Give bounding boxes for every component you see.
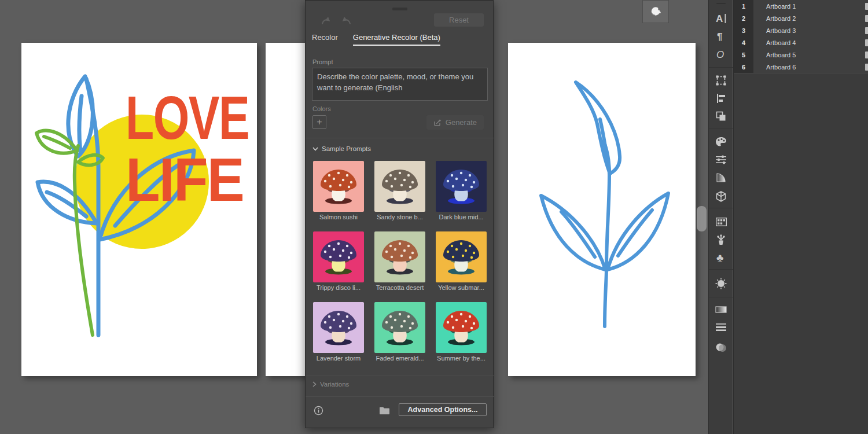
svg-text:♣: ♣ <box>716 252 723 263</box>
opentype-panel-icon[interactable]: O <box>709 46 733 63</box>
mushroom-thumbnail <box>313 231 364 282</box>
artboard-name: Artboard 1 <box>766 3 865 10</box>
save-to-library-button[interactable] <box>377 403 391 417</box>
info-button[interactable] <box>311 403 325 417</box>
artboard-row-4[interactable]: 4 Artboard 4 <box>734 36 868 49</box>
info-icon <box>314 406 323 415</box>
transparency-panel-icon[interactable] <box>709 339 733 356</box>
align-panel-icon[interactable] <box>709 90 733 107</box>
artboard-page-icon <box>865 27 868 34</box>
artboard-number: 6 <box>734 61 753 73</box>
mushroom-thumbnail <box>436 302 487 353</box>
artboard-row-6[interactable]: 6 Artboard 6 <box>734 61 868 73</box>
undo-button[interactable] <box>318 14 332 28</box>
sample-tile-trippy-disco[interactable]: Trippy disco li... <box>313 231 364 291</box>
dock-divider <box>709 269 733 270</box>
tab-generative-recolor[interactable]: Generative Recolor (Beta) <box>353 33 440 46</box>
gradient-panel-icon[interactable] <box>709 301 733 318</box>
tab-recolor[interactable]: Recolor <box>312 33 338 46</box>
dock-divider <box>709 128 733 128</box>
artboard-number: 1 <box>734 0 753 12</box>
divider <box>306 396 494 397</box>
rotate-sphere-icon <box>649 5 662 18</box>
blue-plant-artwork <box>508 43 696 376</box>
paragraph-panel-icon[interactable]: ¶ <box>709 28 733 45</box>
artboard-number: 2 <box>734 12 753 24</box>
undo-icon <box>319 16 331 26</box>
symbols-panel-icon[interactable]: ♣ <box>709 249 733 266</box>
artboard-row-3[interactable]: 3 Artboard 3 <box>734 24 868 37</box>
love-life-artwork: LOVE LIFE <box>21 43 257 376</box>
prompt-label: Prompt <box>312 58 333 65</box>
dock-divider <box>709 297 733 297</box>
swatches-panel-icon[interactable] <box>709 213 733 230</box>
svg-text:O: O <box>716 49 724 60</box>
sample-tile-terracotta[interactable]: Terracotta desert <box>374 231 425 291</box>
appearance-panel-icon[interactable] <box>709 275 733 292</box>
variations-label: Variations <box>320 381 349 388</box>
sample-tile-faded-emerald[interactable]: Faded emerald... <box>374 302 425 362</box>
reset-button[interactable]: Reset <box>434 13 484 27</box>
mushroom-thumbnail <box>436 231 487 282</box>
dialog-drag-handle[interactable] <box>392 8 407 10</box>
panel-dock: A ¶ O <box>708 0 733 434</box>
sample-prompts-label: Sample Prompts <box>322 145 371 152</box>
floating-tool-panel[interactable] <box>642 0 669 23</box>
artboard-3[interactable] <box>508 43 696 376</box>
color-panel-icon[interactable] <box>709 133 733 150</box>
artboard-page-icon <box>865 52 868 58</box>
dock-divider <box>709 208 733 208</box>
svg-text:¶: ¶ <box>717 31 722 42</box>
variations-header[interactable]: Variations <box>312 381 349 388</box>
sample-prompt-label: Sandy stone b... <box>374 214 425 220</box>
sample-prompt-label: Trippy disco li... <box>313 284 364 291</box>
colors-label: Colors <box>312 105 331 112</box>
generate-icon <box>433 119 442 127</box>
sample-prompt-label: Summer by the... <box>436 355 487 362</box>
sample-prompt-label: Terracotta desert <box>374 284 425 291</box>
add-color-button[interactable]: + <box>312 115 326 129</box>
artboard-page-icon <box>865 39 868 46</box>
artboard-row-2[interactable]: 2 Artboard 2 <box>734 12 868 25</box>
recolor-tabs: Recolor Generative Recolor (Beta) <box>312 33 440 46</box>
stroke-panel-icon[interactable] <box>709 318 733 336</box>
chevron-down-icon <box>312 147 318 151</box>
artboard-1[interactable]: LOVE LIFE <box>21 43 257 376</box>
artboard-name: Artboard 6 <box>766 64 865 71</box>
artboard-number: 3 <box>734 24 753 36</box>
generate-button[interactable]: Generate <box>426 115 484 130</box>
artboard-name: Artboard 2 <box>766 15 865 22</box>
sample-prompt-label: Yellow submar... <box>436 284 487 291</box>
transform-panel-icon[interactable] <box>709 72 733 89</box>
artboard-name: Artboard 3 <box>766 27 865 34</box>
advanced-options-button[interactable]: Advanced Options... <box>399 403 487 416</box>
artboard-page-icon <box>865 64 868 71</box>
prompt-input[interactable] <box>312 68 488 101</box>
artboard-page-icon <box>865 15 868 22</box>
dock-grip[interactable] <box>716 3 726 4</box>
character-panel-icon[interactable]: A <box>709 10 733 27</box>
sample-prompts-header[interactable]: Sample Prompts <box>312 145 371 152</box>
brushes-panel-icon[interactable] <box>709 231 733 248</box>
sample-tile-sandy-stone[interactable]: Sandy stone b... <box>374 161 425 220</box>
pathfinder-panel-icon[interactable] <box>709 108 733 125</box>
sample-tile-lavender-storm[interactable]: Lavender storm <box>313 302 364 362</box>
sample-prompt-label: Faded emerald... <box>374 355 425 362</box>
redo-button[interactable] <box>340 14 354 28</box>
sample-tile-salmon-sushi[interactable]: Salmon sushi <box>313 161 364 220</box>
artboard-row-1[interactable]: 1 Artboard 1 <box>734 0 868 13</box>
mushroom-thumbnail <box>374 161 425 212</box>
sample-prompt-label: Lavender storm <box>313 355 364 362</box>
artboard-row-5[interactable]: 5 Artboard 5 <box>734 49 868 61</box>
color-guide-panel-icon[interactable] <box>709 151 733 168</box>
canvas-vertical-scrollbar[interactable] <box>697 206 707 231</box>
3d-materials-panel-icon[interactable] <box>709 187 733 205</box>
sample-tile-summer-beach[interactable]: Summer by the... <box>436 302 487 362</box>
artboard-name: Artboard 4 <box>766 39 865 46</box>
gradient-wedge-panel-icon[interactable] <box>709 169 733 186</box>
sample-tile-yellow-submarine[interactable]: Yellow submar... <box>436 231 487 291</box>
sample-tile-dark-blue[interactable]: Dark blue mid... <box>436 161 487 220</box>
folder-icon <box>379 406 390 415</box>
illustrator-workspace: LOVE LIFE <box>0 0 868 434</box>
artboard-page-icon <box>865 3 868 10</box>
